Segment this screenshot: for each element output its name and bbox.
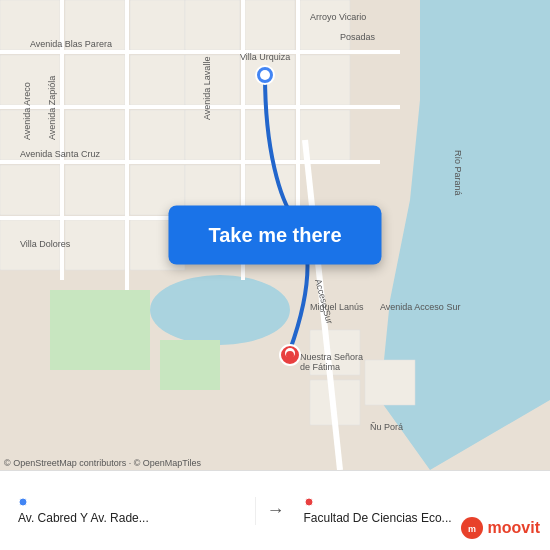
svg-text:Nuestra Señora: Nuestra Señora	[300, 352, 363, 362]
destination-dot-icon	[304, 497, 314, 507]
svg-text:Miguel Lanús: Miguel Lanús	[310, 302, 364, 312]
take-me-there-button[interactable]: Take me there	[168, 206, 381, 265]
svg-point-61	[286, 351, 294, 359]
svg-rect-25	[300, 0, 350, 50]
moovit-logo-text: moovit	[488, 519, 540, 537]
from-label	[18, 497, 247, 509]
svg-text:m: m	[468, 524, 476, 534]
svg-point-59	[260, 70, 270, 80]
svg-text:Villa Dolores: Villa Dolores	[20, 239, 71, 249]
svg-rect-19	[185, 110, 240, 160]
route-arrow: →	[256, 500, 296, 521]
svg-text:Ñu Porá: Ñu Porá	[370, 422, 403, 432]
svg-rect-9	[65, 55, 125, 105]
svg-text:Avenida Acceso Sur: Avenida Acceso Sur	[380, 302, 460, 312]
to-label	[304, 497, 533, 509]
svg-rect-4	[160, 340, 220, 390]
svg-point-63	[305, 498, 313, 506]
from-value: Av. Cabred Y Av. Rade...	[18, 511, 247, 525]
svg-rect-7	[130, 0, 185, 50]
svg-rect-17	[185, 0, 240, 50]
svg-point-62	[19, 498, 27, 506]
svg-text:Arroyo Vicario: Arroyo Vicario	[310, 12, 366, 22]
svg-rect-3	[50, 290, 150, 370]
svg-text:Avenida Blas Parera: Avenida Blas Parera	[30, 39, 112, 49]
svg-rect-10	[130, 55, 185, 105]
svg-rect-26	[300, 55, 350, 105]
svg-rect-29	[65, 220, 125, 270]
moovit-logo-icon: m	[460, 516, 484, 540]
svg-text:Río Paraná: Río Paraná	[453, 150, 463, 196]
svg-rect-33	[365, 360, 415, 405]
svg-text:Avenida Areco: Avenida Areco	[22, 82, 32, 140]
map-view: Avenida Areco Avenida Zapióla Avenida La…	[0, 0, 550, 470]
svg-text:Posadas: Posadas	[340, 32, 376, 42]
svg-text:Avenida Santa Cruz: Avenida Santa Cruz	[20, 149, 100, 159]
origin-dot-icon	[18, 497, 28, 507]
svg-rect-14	[0, 165, 60, 215]
origin-info: Av. Cabred Y Av. Rade...	[10, 497, 256, 525]
svg-point-2	[150, 275, 290, 345]
svg-rect-18	[185, 55, 240, 105]
svg-rect-21	[245, 0, 295, 50]
svg-text:de Fátima: de Fátima	[300, 362, 340, 372]
svg-text:Avenida Lavalle: Avenida Lavalle	[202, 57, 212, 120]
svg-rect-13	[130, 110, 185, 160]
svg-rect-15	[65, 165, 125, 215]
bottom-navigation-bar: Av. Cabred Y Av. Rade... → Facultad De C…	[0, 470, 550, 550]
moovit-logo: m moovit	[460, 516, 540, 540]
osm-attribution: © OpenStreetMap contributors · © OpenMap…	[4, 458, 201, 468]
svg-text:Avenida Zapióla: Avenida Zapióla	[47, 76, 57, 140]
svg-text:Villa Urquiza: Villa Urquiza	[240, 52, 290, 62]
